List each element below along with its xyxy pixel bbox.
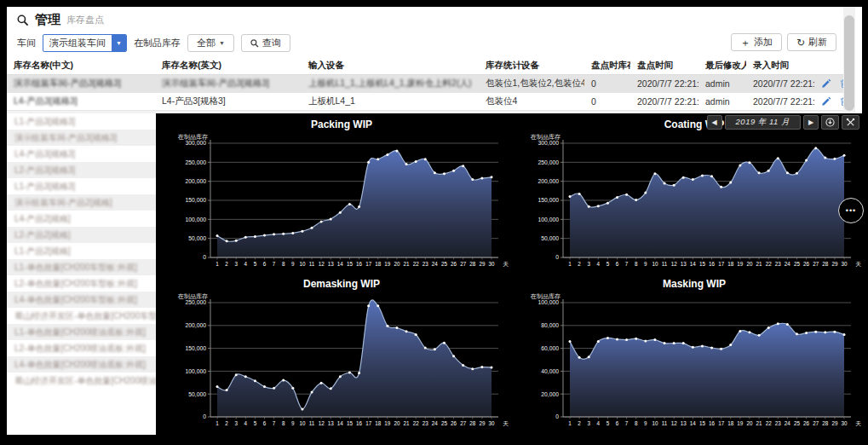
list-item[interactable]: 蜀山经济开发区-单色批量[CH200喷油底板:外观] (7, 373, 156, 389)
search-icon (250, 39, 259, 48)
svg-text:在制品库存: 在制品库存 (530, 293, 560, 300)
wip-all-dropdown-label: 全部 (197, 37, 216, 49)
list-item[interactable]: L4-产品2[规格] (7, 211, 156, 227)
add-button[interactable]: ＋ 添加 (731, 33, 782, 51)
next-month-button[interactable]: ▶ (803, 115, 819, 130)
prev-month-button[interactable]: ◀ (707, 115, 722, 130)
column-header: 库存名称(中文) (7, 57, 155, 75)
list-item-label: L4-单色批量[CH200喷油底板:外观] (14, 360, 146, 369)
svg-text:在制品库存: 在制品库存 (177, 134, 208, 141)
svg-text:18: 18 (375, 420, 382, 426)
edit-icon[interactable] (821, 78, 831, 89)
svg-text:9: 9 (291, 261, 295, 267)
chart-packing-wip: Packing WIP 050,000100,000150,000200,000… (171, 118, 512, 275)
list-item[interactable]: L2-产品2[规格] (7, 227, 156, 243)
edit-icon[interactable] (821, 96, 831, 107)
list-item-label: L4-产品2[规格] (14, 214, 71, 223)
svg-text:30: 30 (841, 261, 848, 267)
svg-text:19: 19 (384, 420, 391, 426)
svg-text:天: 天 (855, 261, 861, 267)
svg-text:5: 5 (606, 261, 610, 267)
list-item-label: L1-产品3[规格3] (14, 182, 75, 191)
svg-text:23: 23 (423, 261, 429, 267)
scrollbar-thumb[interactable] (844, 15, 854, 111)
table-row[interactable]: 演示组装车间-产品3[规格3]演示组装车间-产品3[规格3]上板机L1_1,上板… (7, 75, 843, 93)
svg-text:26: 26 (803, 420, 810, 426)
svg-text:80,000: 80,000 (541, 322, 559, 328)
row-actions (821, 96, 836, 107)
page-subtitle: 库存盘点 (66, 14, 104, 26)
month-label-button[interactable]: 2019 年 11 月 (725, 115, 801, 130)
svg-text:16: 16 (709, 261, 716, 267)
svg-text:28: 28 (822, 420, 829, 426)
list-item[interactable]: 演示组装车间-产品2[规格] (7, 194, 156, 211)
list-item-label: L1-产品2[规格] (14, 246, 71, 256)
filter-bar: 车间 演示组装车间 ▼ 在制品库存 全部 ▼ 查询 ＋ 添加 ↻ 刷新 (7, 31, 862, 57)
svg-text:29: 29 (831, 420, 838, 426)
list-item[interactable]: L4-单色批量[CH200喷油底板:外观] (7, 356, 156, 373)
cell-input-device: 上板机L4_1 (302, 93, 479, 111)
svg-text:4: 4 (597, 420, 601, 426)
cell-entry-time: 2020/7/7 22:21:42 (746, 93, 814, 111)
list-item[interactable]: L1-单色批量[CH200喷油底板:外观] (7, 324, 156, 340)
svg-text:50,000: 50,000 (188, 391, 206, 397)
list-item[interactable]: L2-单色批量[CH200车型板:外观] (7, 275, 156, 292)
svg-text:17: 17 (718, 261, 725, 267)
wip-all-dropdown[interactable]: 全部 ▼ (187, 34, 234, 52)
chart-coating-wip: Coating WIP 050,000100,000150,000200,000… (524, 118, 865, 275)
svg-text:13: 13 (681, 420, 687, 426)
svg-text:4: 4 (244, 261, 248, 267)
svg-text:12: 12 (319, 420, 325, 426)
svg-text:1: 1 (216, 420, 219, 426)
svg-text:13: 13 (328, 261, 335, 267)
svg-text:9: 9 (644, 420, 647, 426)
tools-button[interactable] (842, 115, 859, 130)
list-item[interactable]: 演示组装车间-产品3[规格3] (7, 130, 156, 146)
svg-text:50,000: 50,000 (541, 235, 559, 241)
list-item[interactable]: 蜀山经济开发区-单色批量[CH200车型板:外观] (7, 308, 156, 324)
plus-icon: ＋ (740, 38, 750, 48)
list-item[interactable]: L1-产品2[规格] (7, 243, 156, 259)
svg-text:25: 25 (441, 420, 448, 426)
column-header (814, 57, 843, 75)
list-item[interactable]: L2-单色批量[CH200喷油底板:外观] (7, 340, 156, 356)
list-item-label: L1-单色批量[CH200喷油底板:外观] (14, 327, 146, 337)
list-item-label: L4-单色批量[CH200车型板:外观] (14, 295, 137, 304)
cell-name-cn: 演示组装车间-产品3[规格3] (7, 75, 155, 93)
svg-text:10: 10 (299, 261, 306, 267)
chart-plot: 050,000100,000150,000200,000250,000300,0… (524, 131, 865, 272)
svg-text:1: 1 (568, 420, 572, 426)
cell-name-en: L4-产品3[规格3] (155, 93, 302, 111)
query-button[interactable]: 查询 (241, 34, 290, 52)
svg-text:8: 8 (635, 420, 638, 426)
caret-down-icon: ▼ (219, 40, 225, 46)
list-item[interactable]: L2-产品3[规格3] (7, 162, 156, 178)
more-options-button[interactable]: ••• (838, 198, 864, 223)
workshop-select-value: 演示组装车间 (43, 35, 112, 51)
list-item[interactable]: L1-单色批量[CH200车型板:外观] (7, 259, 156, 275)
list-item[interactable]: L4-单色批量[CH200车型板:外观] (7, 292, 156, 308)
workshop-select[interactable]: 演示组装车间 ▼ (43, 34, 127, 52)
svg-text:150,000: 150,000 (185, 345, 206, 351)
download-icon (825, 118, 835, 127)
table-row[interactable]: L4-产品3[规格3]L4-产品3[规格3]上板机L4_1包装位402020/7… (7, 93, 843, 111)
list-item[interactable]: L1-产品3[规格3] (7, 113, 156, 130)
svg-text:24: 24 (785, 420, 791, 426)
svg-text:23: 23 (775, 420, 782, 426)
download-button[interactable] (821, 115, 839, 130)
svg-text:28: 28 (469, 261, 476, 267)
chart-plot: 020,00040,00060,00080,000100,00012345678… (524, 291, 865, 431)
refresh-button[interactable]: ↻ 刷新 (787, 33, 836, 51)
column-header: 库存名称(英文) (155, 57, 302, 75)
svg-text:50,000: 50,000 (188, 235, 206, 241)
svg-text:4: 4 (244, 420, 248, 426)
svg-text:19: 19 (384, 261, 391, 267)
svg-text:22: 22 (413, 420, 420, 426)
svg-text:7: 7 (273, 420, 276, 426)
svg-text:10: 10 (652, 261, 658, 267)
svg-text:25: 25 (441, 261, 448, 267)
list-item[interactable]: L4-产品3[规格3] (7, 146, 156, 162)
list-item[interactable]: L1-产品3[规格3] (7, 178, 156, 194)
chart-plot: 050,000100,000150,000200,000250,000300,0… (171, 131, 512, 272)
svg-text:10: 10 (652, 420, 658, 426)
